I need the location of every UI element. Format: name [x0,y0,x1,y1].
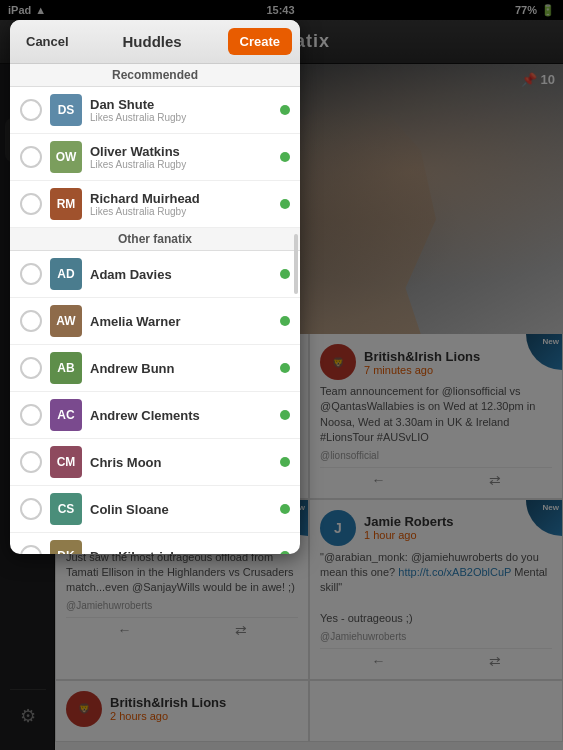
contact-item-oliver-watkins[interactable]: OW Oliver Watkins Likes Australia Rugby [10,134,300,181]
contact-radio-oliver-watkins[interactable] [20,146,42,168]
contact-info-amelia-warner: Amelia Warner [90,314,280,329]
contact-item-adam-davies[interactable]: AD Adam Davies [10,251,300,298]
contact-radio-chris-moon[interactable] [20,451,42,473]
contact-name-oliver-watkins: Oliver Watkins [90,144,280,159]
contact-name-andrew-clements: Andrew Clements [90,408,280,423]
contact-status-dan-shute [280,105,290,115]
contact-info-chris-moon: Chris Moon [90,455,280,470]
contact-name-chris-moon: Chris Moon [90,455,280,470]
contact-name-richard-muirhead: Richard Muirhead [90,191,280,206]
contact-avatar-andrew-clements: AC [50,399,82,431]
contact-item-chris-moon[interactable]: CM Chris Moon [10,439,300,486]
huddles-modal: Cancel Huddles Create Recommended DS Dan… [10,20,300,554]
contact-item-colin-sloane[interactable]: CS Colin Sloane [10,486,300,533]
contact-info-richard-muirhead: Richard Muirhead Likes Australia Rugby [90,191,280,217]
contact-status-andrew-clements [280,410,290,420]
contact-name-amelia-warner: Amelia Warner [90,314,280,329]
contact-name-adam-davies: Adam Davies [90,267,280,282]
contact-radio-richard-muirhead[interactable] [20,193,42,215]
contact-radio-dan-shute[interactable] [20,99,42,121]
contact-status-colin-sloane [280,504,290,514]
contact-radio-andrew-bunn[interactable] [20,357,42,379]
contact-info-andrew-bunn: Andrew Bunn [90,361,280,376]
contact-avatar-chris-moon: CM [50,446,82,478]
scroll-indicator [294,234,298,294]
section-header-other: Other fanatix [10,228,300,251]
contact-name-andrew-bunn: Andrew Bunn [90,361,280,376]
modal-header: Cancel Huddles Create [10,20,300,64]
contact-status-dan-kilpatrick [280,551,290,554]
contact-status-oliver-watkins [280,152,290,162]
contact-item-amelia-warner[interactable]: AW Amelia Warner [10,298,300,345]
contact-avatar-dan-shute: DS [50,94,82,126]
contact-avatar-andrew-bunn: AB [50,352,82,384]
contact-status-amelia-warner [280,316,290,326]
contact-avatar-oliver-watkins: OW [50,141,82,173]
contact-radio-dan-kilpatrick[interactable] [20,545,42,554]
modal-title: Huddles [122,33,181,50]
contact-avatar-colin-sloane: CS [50,493,82,525]
contact-avatar-amelia-warner: AW [50,305,82,337]
contact-sub-dan-shute: Likes Australia Rugby [90,112,280,123]
contact-avatar-adam-davies: AD [50,258,82,290]
contact-item-dan-kilpatrick[interactable]: DK Dan Kilpatrick [10,533,300,554]
contact-avatar-richard-muirhead: RM [50,188,82,220]
contact-item-andrew-clements[interactable]: AC Andrew Clements [10,392,300,439]
contact-avatar-dan-kilpatrick: DK [50,540,82,554]
contact-status-andrew-bunn [280,363,290,373]
contact-status-chris-moon [280,457,290,467]
contact-info-colin-sloane: Colin Sloane [90,502,280,517]
contact-info-dan-shute: Dan Shute Likes Australia Rugby [90,97,280,123]
contact-radio-andrew-clements[interactable] [20,404,42,426]
contact-radio-adam-davies[interactable] [20,263,42,285]
contact-info-andrew-clements: Andrew Clements [90,408,280,423]
section-header-recommended: Recommended [10,64,300,87]
contact-info-oliver-watkins: Oliver Watkins Likes Australia Rugby [90,144,280,170]
contact-radio-amelia-warner[interactable] [20,310,42,332]
contact-list[interactable]: Recommended DS Dan Shute Likes Australia… [10,64,300,554]
contact-sub-richard-muirhead: Likes Australia Rugby [90,206,280,217]
contact-name-dan-shute: Dan Shute [90,97,280,112]
cancel-button[interactable]: Cancel [18,30,77,53]
contact-status-richard-muirhead [280,199,290,209]
contact-item-andrew-bunn[interactable]: AB Andrew Bunn [10,345,300,392]
contact-name-colin-sloane: Colin Sloane [90,502,280,517]
contact-info-dan-kilpatrick: Dan Kilpatrick [90,549,280,555]
contact-status-adam-davies [280,269,290,279]
contact-sub-oliver-watkins: Likes Australia Rugby [90,159,280,170]
contact-name-dan-kilpatrick: Dan Kilpatrick [90,549,280,555]
contact-radio-colin-sloane[interactable] [20,498,42,520]
contact-item-dan-shute[interactable]: DS Dan Shute Likes Australia Rugby [10,87,300,134]
contact-info-adam-davies: Adam Davies [90,267,280,282]
contact-item-richard-muirhead[interactable]: RM Richard Muirhead Likes Australia Rugb… [10,181,300,228]
create-button[interactable]: Create [228,28,292,55]
